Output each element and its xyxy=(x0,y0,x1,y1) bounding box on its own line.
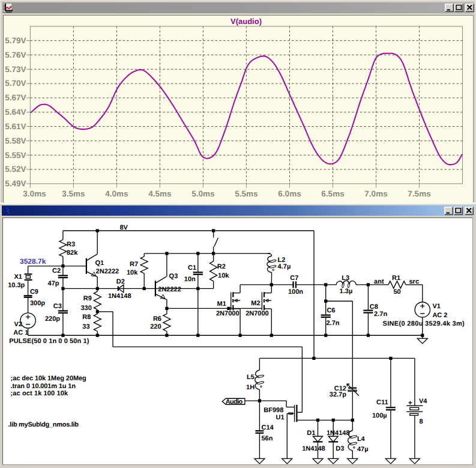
svg-text:1H: 1H xyxy=(246,384,255,391)
svg-text:C2: C2 xyxy=(52,267,61,275)
svg-text:2.7n: 2.7n xyxy=(374,311,387,318)
svg-text:C6: C6 xyxy=(327,307,335,314)
svg-text:D3: D3 xyxy=(336,445,344,452)
svg-text:1N4148: 1N4148 xyxy=(327,430,350,437)
svg-text:D2: D2 xyxy=(116,278,125,285)
svg-text:7.0ms: 7.0ms xyxy=(364,189,387,198)
svg-text:2N7000: 2N7000 xyxy=(246,310,269,317)
svg-text:4.0ms: 4.0ms xyxy=(105,189,128,198)
svg-text:C8: C8 xyxy=(370,303,378,311)
svg-text:2N2222: 2N2222 xyxy=(158,286,181,293)
svg-text:D1: D1 xyxy=(307,430,315,437)
svg-text:10.3p: 10.3p xyxy=(8,282,25,289)
svg-text:330: 330 xyxy=(81,305,92,312)
svg-text:M2: M2 xyxy=(251,300,260,307)
svg-text:4.5ms: 4.5ms xyxy=(148,189,171,198)
svg-text:L5: L5 xyxy=(247,374,255,381)
svg-text:7.5ms: 7.5ms xyxy=(408,189,430,198)
svg-text:R7: R7 xyxy=(130,261,138,268)
svg-text:220: 220 xyxy=(150,323,161,330)
svg-text:5.5ms: 5.5ms xyxy=(235,189,258,198)
svg-text:33: 33 xyxy=(82,323,89,330)
svg-text:5.61V: 5.61V xyxy=(5,122,26,131)
svg-text:AC 1: AC 1 xyxy=(13,329,28,336)
svg-text:R6: R6 xyxy=(153,315,161,323)
svg-text:5.79V: 5.79V xyxy=(5,36,26,45)
svg-text:BF998: BF998 xyxy=(264,407,283,414)
svg-text:2N7000: 2N7000 xyxy=(216,310,240,317)
svg-text:SINE(0 280u 3529.4k 3m): SINE(0 280u 3529.4k 3m) xyxy=(383,320,465,327)
svg-text:1.3µ: 1.3µ xyxy=(340,288,353,295)
svg-text:V4: V4 xyxy=(419,398,427,405)
svg-text:ant: ant xyxy=(374,278,384,285)
svg-text:220p: 220p xyxy=(45,315,60,323)
svg-text:6.0ms: 6.0ms xyxy=(278,189,301,198)
svg-text:50: 50 xyxy=(394,288,401,296)
svg-text:R1: R1 xyxy=(392,275,400,282)
svg-text:R8: R8 xyxy=(82,314,91,321)
svg-text:5.70V: 5.70V xyxy=(5,79,26,88)
svg-text:10k: 10k xyxy=(127,269,138,276)
svg-text:V(audio): V(audio) xyxy=(230,17,262,26)
svg-text:U1: U1 xyxy=(276,414,285,421)
svg-text:3528.7k: 3528.7k xyxy=(20,257,46,266)
svg-text:2.7n: 2.7n xyxy=(327,320,340,327)
svg-text:R9: R9 xyxy=(83,295,92,302)
svg-text:300p: 300p xyxy=(30,300,45,307)
svg-text:.tran 0 10.001m 1u 1n: .tran 0 10.001m 1u 1n xyxy=(11,383,76,390)
svg-text:5.76V: 5.76V xyxy=(5,50,26,59)
svg-text:1N4148: 1N4148 xyxy=(108,293,131,300)
svg-text:5.52V: 5.52V xyxy=(5,165,26,174)
svg-text:4.7µ: 4.7µ xyxy=(278,263,291,270)
svg-text:C3: C3 xyxy=(53,303,62,310)
svg-text:6.5ms: 6.5ms xyxy=(321,189,344,198)
svg-text:src: src xyxy=(409,278,420,285)
svg-text:5.58V: 5.58V xyxy=(5,136,26,145)
svg-text:C9: C9 xyxy=(30,288,38,296)
svg-text:Q1: Q1 xyxy=(95,260,104,267)
svg-text:5.67V: 5.67V xyxy=(5,93,26,102)
svg-text:C1: C1 xyxy=(188,264,196,272)
svg-text:C7: C7 xyxy=(290,275,298,282)
svg-text:;ac dec 10k 1Meg 20Meg: ;ac dec 10k 1Meg 20Meg xyxy=(11,375,86,382)
svg-text:100µ: 100µ xyxy=(372,412,387,419)
svg-text:5.49V: 5.49V xyxy=(5,179,26,188)
svg-text:L4: L4 xyxy=(357,436,366,443)
svg-text:8: 8 xyxy=(420,418,423,425)
svg-text:L3: L3 xyxy=(342,275,349,282)
svg-text:AC 2: AC 2 xyxy=(432,312,447,319)
svg-text:8V: 8V xyxy=(119,224,128,231)
svg-text:R3: R3 xyxy=(67,241,75,248)
svg-text:1N4148: 1N4148 xyxy=(302,445,325,452)
svg-text:5.64V: 5.64V xyxy=(5,108,26,117)
svg-text:Audio: Audio xyxy=(226,398,243,406)
svg-text:.lib mySub\dg_nmos.lib: .lib mySub\dg_nmos.lib xyxy=(8,421,79,428)
svg-text:;ac oct 1k 100 10k: ;ac oct 1k 100 10k xyxy=(11,390,68,397)
svg-text:3.0ms: 3.0ms xyxy=(23,189,46,198)
svg-text:V1: V1 xyxy=(432,303,440,310)
svg-text:5.73V: 5.73V xyxy=(5,65,26,74)
svg-text:R2: R2 xyxy=(217,263,226,270)
svg-text:82k: 82k xyxy=(67,249,78,257)
svg-text:47p: 47p xyxy=(48,280,59,287)
svg-text:56n: 56n xyxy=(262,435,273,442)
svg-text:47µ: 47µ xyxy=(357,446,369,453)
svg-text:Q3: Q3 xyxy=(169,273,178,280)
svg-text:5.0ms: 5.0ms xyxy=(191,189,214,198)
svg-text:2N2222: 2N2222 xyxy=(96,268,119,275)
svg-text:100n: 100n xyxy=(288,288,303,296)
svg-text:C14: C14 xyxy=(262,424,274,431)
svg-text:5.55V: 5.55V xyxy=(5,151,26,160)
svg-text:10k: 10k xyxy=(218,272,229,279)
svg-text:V2: V2 xyxy=(14,321,22,328)
svg-text:L2: L2 xyxy=(278,257,286,264)
svg-text:M1: M1 xyxy=(217,300,226,308)
svg-text:10n: 10n xyxy=(184,276,196,283)
svg-text:32.7p: 32.7p xyxy=(330,391,346,398)
svg-text:C11: C11 xyxy=(376,399,388,406)
svg-text:X1: X1 xyxy=(14,273,22,281)
svg-text:3.5ms: 3.5ms xyxy=(62,189,85,198)
svg-text:PULSE(50 0 1n 0 0 50n 1): PULSE(50 0 1n 0 0 50n 1) xyxy=(9,338,89,345)
